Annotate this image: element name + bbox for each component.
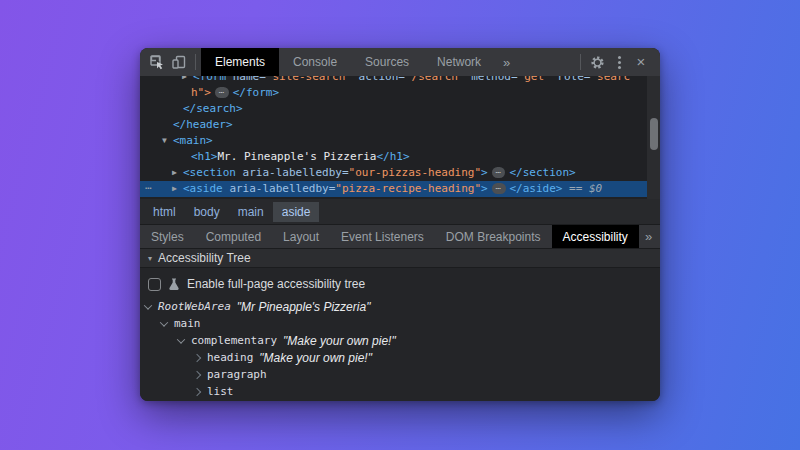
dom-scrollbar-thumb[interactable] <box>650 118 658 150</box>
main-panel-tabs: ElementsConsoleSourcesNetwork <box>201 48 495 76</box>
dom-tree-row[interactable]: </header> <box>140 117 660 133</box>
tab-console[interactable]: Console <box>279 48 351 76</box>
row-menu-dots-icon[interactable]: … <box>145 178 152 194</box>
inspect-element-icon[interactable] <box>146 48 168 76</box>
more-panels-icon[interactable]: » <box>495 55 518 70</box>
toolbar-divider <box>195 54 196 70</box>
enable-fullpage-a11y-label: Enable full-page accessibility tree <box>187 277 365 291</box>
dom-tree-row[interactable]: …▶<aside aria-labelledby="pizza-recipe-h… <box>140 181 660 197</box>
a11y-tree-row[interactable]: heading"Make your own pie!" <box>140 349 660 366</box>
device-toolbar-icon[interactable] <box>168 48 190 76</box>
collapse-triangle-icon: ▾ <box>148 254 152 263</box>
accessibility-pane: Enable full-page accessibility tree Root… <box>140 268 660 401</box>
tab-sources[interactable]: Sources <box>351 48 423 76</box>
settings-gear-icon[interactable] <box>586 48 608 76</box>
a11y-role: heading <box>207 351 253 364</box>
chevron-right-icon[interactable] <box>193 353 201 361</box>
a11y-name: "Make your own pie!" <box>259 351 372 365</box>
tab-dom-breakpoints[interactable]: DOM Breakpoints <box>435 225 552 249</box>
devtools-toolbar: ElementsConsoleSourcesNetwork » × <box>140 48 660 76</box>
a11y-tree-row[interactable]: RootWebArea"Mr Pineapple's Pizzeria" <box>140 298 660 315</box>
tab-layout[interactable]: Layout <box>272 225 330 249</box>
dom-tree-row[interactable]: ▼<main> <box>140 133 660 149</box>
close-icon[interactable]: × <box>630 48 652 76</box>
accessibility-tree-title: Accessibility Tree <box>158 251 251 265</box>
chevron-right-icon[interactable] <box>193 370 201 378</box>
accessibility-tree: RootWebArea"Mr Pineapple's Pizzeria"main… <box>140 298 660 400</box>
dom-tree-row[interactable]: </search> <box>140 101 660 117</box>
breadcrumb-item-body[interactable]: body <box>185 202 229 222</box>
dom-tree-row[interactable]: ▶<form name="site-search" action="/searc… <box>140 76 660 85</box>
breadcrumb-item-aside[interactable]: aside <box>273 202 320 222</box>
devtools-window: ElementsConsoleSourcesNetwork » × ▶<form… <box>140 48 660 401</box>
tab-elements[interactable]: Elements <box>201 48 279 76</box>
tab-network[interactable]: Network <box>423 48 495 76</box>
more-options-kebab-icon[interactable] <box>608 48 630 76</box>
chevron-down-icon[interactable] <box>144 301 152 309</box>
enable-fullpage-a11y-checkbox[interactable] <box>148 278 161 291</box>
breadcrumb-item-main[interactable]: main <box>229 202 273 222</box>
chevron-right-icon[interactable] <box>193 387 201 395</box>
dom-tree-row[interactable]: ▶<section aria-labelledby="our-pizzas-he… <box>140 165 660 181</box>
expand-arrow-icon[interactable]: ▼ <box>162 133 173 149</box>
a11y-role: paragraph <box>207 368 267 381</box>
expand-arrow-icon[interactable]: ▶ <box>182 76 193 85</box>
collapsed-content-badge[interactable]: ⋯ <box>492 183 506 194</box>
sidebar-tabs: StylesComputedLayoutEvent ListenersDOM B… <box>140 224 660 248</box>
a11y-name: "Make your own pie!" <box>283 334 396 348</box>
more-sidebar-tabs-icon[interactable]: » <box>639 229 658 244</box>
dom-tree: ▶<form name="site-search" action="/searc… <box>140 76 660 199</box>
toolbar-divider-right <box>580 54 581 70</box>
dom-tree-rows: ▶<form name="site-search" action="/searc… <box>140 76 660 197</box>
a11y-role: list <box>207 385 234 398</box>
accessibility-tree-section-header[interactable]: ▾ Accessibility Tree <box>140 248 660 268</box>
collapsed-content-badge[interactable]: ⋯ <box>492 167 506 178</box>
chevron-down-icon[interactable] <box>177 335 185 343</box>
tab-accessibility[interactable]: Accessibility <box>552 225 639 249</box>
enable-fullpage-a11y-row: Enable full-page accessibility tree <box>140 268 660 298</box>
breadcrumb: htmlbodymainaside <box>140 199 660 224</box>
chevron-down-icon[interactable] <box>160 318 168 326</box>
dom-tree-row[interactable]: <h1>Mr. Pineapple's Pizzeria</h1> <box>140 149 660 165</box>
dom-tree-row[interactable]: h">⋯</form> <box>140 85 660 101</box>
tab-event-listeners[interactable]: Event Listeners <box>330 225 435 249</box>
a11y-role: RootWebArea <box>158 300 231 313</box>
tab-computed[interactable]: Computed <box>195 225 272 249</box>
a11y-role: complementary <box>191 334 277 347</box>
experiment-flask-icon <box>168 278 180 291</box>
expand-arrow-icon[interactable]: ▶ <box>172 181 183 197</box>
breadcrumb-item-html[interactable]: html <box>144 202 185 222</box>
a11y-tree-row[interactable]: paragraph <box>140 366 660 383</box>
a11y-tree-row[interactable]: list <box>140 383 660 400</box>
a11y-tree-row[interactable]: main <box>140 315 660 332</box>
expand-arrow-icon[interactable]: ▶ <box>172 165 183 181</box>
tab-styles[interactable]: Styles <box>140 225 195 249</box>
a11y-name: "Mr Pineapple's Pizzeria" <box>237 300 371 314</box>
a11y-role: main <box>174 317 201 330</box>
collapsed-content-badge[interactable]: ⋯ <box>215 87 229 98</box>
a11y-tree-row[interactable]: complementary"Make your own pie!" <box>140 332 660 349</box>
dom-scrollbar-track[interactable] <box>647 76 660 199</box>
